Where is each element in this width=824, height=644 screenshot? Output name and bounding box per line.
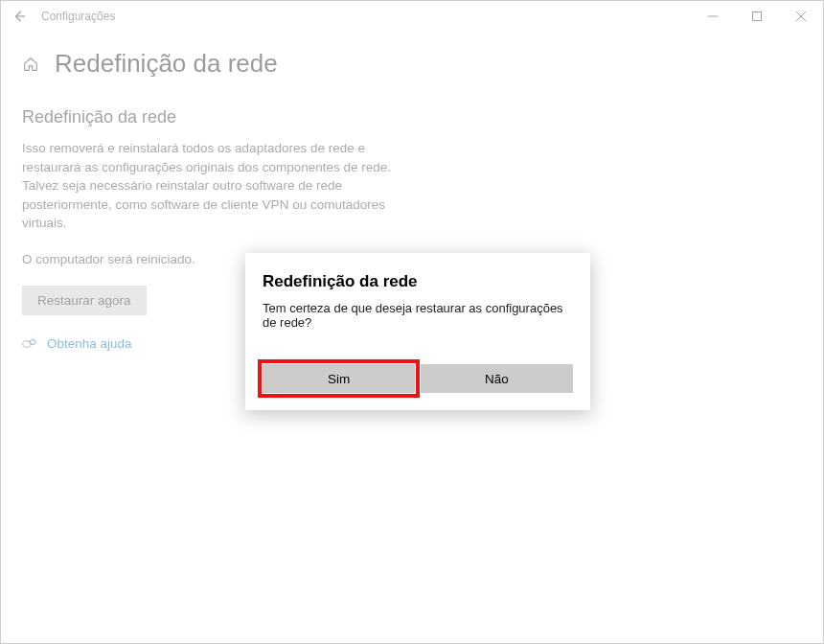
get-help-link[interactable]: Obtenha ajuda bbox=[47, 336, 132, 351]
help-icon bbox=[22, 336, 37, 352]
minimize-button[interactable] bbox=[691, 1, 735, 32]
section-title: Redefinição da rede bbox=[22, 107, 802, 127]
maximize-button[interactable] bbox=[735, 1, 779, 32]
home-icon[interactable] bbox=[22, 56, 39, 73]
titlebar-left: Configurações bbox=[1, 10, 115, 23]
dialog-title: Redefinição da rede bbox=[263, 272, 573, 291]
yes-button-wrap: Sim bbox=[263, 364, 415, 393]
no-button[interactable]: Não bbox=[421, 364, 573, 393]
settings-window: Configurações Redefinição da rede Redefi… bbox=[0, 0, 824, 644]
no-button-wrap: Não bbox=[421, 364, 573, 393]
yes-button[interactable]: Sim bbox=[263, 364, 415, 393]
dialog-message: Tem certeza de que deseja restaurar as c… bbox=[263, 301, 573, 330]
app-name: Configurações bbox=[41, 10, 115, 23]
dialog-buttons: Sim Não bbox=[263, 364, 573, 393]
confirm-dialog: Redefinição da rede Tem certeza de que d… bbox=[245, 253, 590, 410]
reset-now-button[interactable]: Restaurar agora bbox=[22, 286, 147, 315]
back-icon[interactable] bbox=[12, 10, 26, 23]
svg-rect-0 bbox=[753, 12, 762, 21]
page-header: Redefinição da rede bbox=[22, 49, 802, 79]
window-controls bbox=[691, 1, 823, 32]
close-button[interactable] bbox=[779, 1, 823, 32]
titlebar: Configurações bbox=[1, 1, 823, 32]
page-title: Redefinição da rede bbox=[55, 49, 278, 79]
section-body: Isso removerá e reinstalará todos os ada… bbox=[22, 139, 424, 233]
